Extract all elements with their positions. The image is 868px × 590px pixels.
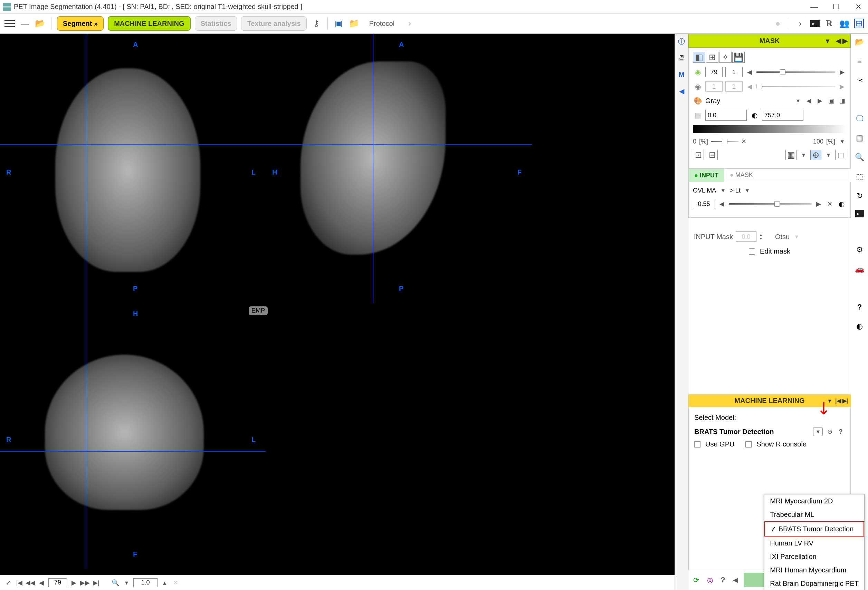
- panel-help-icon[interactable]: ?: [854, 302, 865, 313]
- preset-dropdown-icon[interactable]: ▾: [799, 151, 807, 159]
- dropdown-icon[interactable]: ▾: [122, 578, 131, 587]
- segment-button[interactable]: Segment »: [57, 16, 103, 31]
- preset-dropdown-icon-2[interactable]: ▾: [824, 151, 833, 159]
- dd-item-trabecular-ml[interactable]: Trabecular ML: [765, 508, 864, 521]
- layers-icon[interactable]: ▦: [854, 132, 865, 144]
- r-button[interactable]: R: [824, 18, 835, 29]
- window-high-input[interactable]: [762, 110, 803, 121]
- info-icon[interactable]: ⓘ: [677, 37, 686, 46]
- opacity-color-icon[interactable]: ◐: [837, 199, 846, 209]
- m-icon[interactable]: M: [677, 70, 686, 79]
- console-icon[interactable]: ▸_: [810, 20, 820, 27]
- hamburger-menu[interactable]: [4, 18, 15, 29]
- model-help-button[interactable]: ?: [837, 428, 845, 436]
- crop-icon[interactable]: ⬚: [854, 171, 865, 182]
- help-button[interactable]: ?: [719, 576, 727, 584]
- stepper-up[interactable]: ▲: [759, 233, 763, 237]
- print-icon[interactable]: 🖶: [677, 53, 686, 63]
- up-arrow-icon[interactable]: ▴: [160, 578, 168, 587]
- dd-item-brats-tumor[interactable]: BRATS Tumor Detection: [765, 521, 864, 537]
- colormap-dropdown-icon[interactable]: ▾: [794, 97, 802, 105]
- grid-icon[interactable]: ⊞: [854, 19, 864, 28]
- chevron-right-icon[interactable]: ›: [795, 18, 806, 29]
- layout-grid-icon[interactable]: ⊞: [706, 52, 719, 63]
- ml-prev-icon[interactable]: |◀: [835, 397, 841, 404]
- preset-2-icon[interactable]: ⊟: [707, 150, 718, 160]
- preset-3-icon[interactable]: ▦: [785, 150, 797, 160]
- close-zoom-icon[interactable]: ✕: [171, 578, 180, 587]
- show-r-checkbox[interactable]: [745, 441, 751, 447]
- model-dropdown-button[interactable]: ▾: [813, 427, 823, 436]
- slice-prev-icon[interactable]: ◀: [745, 68, 754, 76]
- machine-learning-button[interactable]: MACHINE LEARNING: [108, 16, 190, 31]
- ml-next-icon[interactable]: ▶|: [843, 397, 848, 404]
- opacity-prev-icon[interactable]: ◀: [718, 200, 726, 208]
- colormap-prev-icon[interactable]: ◀: [805, 97, 813, 105]
- x-icon[interactable]: ✕: [741, 138, 746, 145]
- layout-single-icon[interactable]: ◧: [693, 52, 705, 63]
- tab-input[interactable]: INPUT: [688, 169, 724, 182]
- use-gpu-checkbox[interactable]: [694, 441, 700, 447]
- mask-dropdown-icon[interactable]: ▾: [826, 37, 829, 45]
- rotate-icon[interactable]: ↻: [854, 190, 865, 202]
- lt-dropdown-icon[interactable]: ▾: [743, 186, 751, 194]
- minimize-panel-icon[interactable]: —: [19, 18, 30, 29]
- slice-next-icon[interactable]: ▶: [838, 68, 846, 76]
- target-icon[interactable]: ◎: [705, 575, 714, 585]
- colormap-box1-icon[interactable]: ▣: [827, 97, 835, 105]
- window-low-input[interactable]: [705, 110, 747, 121]
- zoom-in-icon[interactable]: 🔍: [854, 152, 865, 163]
- opacity-input[interactable]: [693, 199, 715, 209]
- dd-item-rat-brain-pet[interactable]: Rat Brain Dopaminergic PET: [765, 577, 864, 590]
- otsu-dropdown-icon[interactable]: ▾: [792, 232, 801, 241]
- next-fast-button[interactable]: ▶▶: [81, 578, 89, 587]
- dd-item-human-lv-rv[interactable]: Human LV RV: [765, 537, 864, 550]
- prev-slice-button[interactable]: ◀: [37, 578, 46, 587]
- tab-mask[interactable]: MASK: [724, 169, 759, 182]
- arrow-icon[interactable]: ›: [404, 18, 415, 29]
- folder-protocol-icon[interactable]: 📁: [348, 18, 360, 29]
- minimize-button[interactable]: —: [807, 2, 821, 12]
- gradient-bar[interactable]: [693, 125, 846, 133]
- slice-a-input[interactable]: [705, 67, 723, 77]
- protocol-button[interactable]: Protocol: [364, 16, 400, 31]
- close-button[interactable]: ✕: [852, 2, 865, 12]
- car-icon[interactable]: 🚗: [854, 263, 865, 275]
- preset-4-icon[interactable]: ⊕: [810, 150, 821, 160]
- slice-number-input[interactable]: [48, 578, 67, 587]
- opacity-close-icon[interactable]: ✕: [825, 200, 834, 208]
- preset-1-icon[interactable]: ⊡: [693, 150, 704, 160]
- slice-b-input[interactable]: [725, 67, 743, 77]
- maximize-button[interactable]: ☐: [829, 2, 843, 12]
- layout-save-icon[interactable]: 💾: [732, 52, 745, 63]
- zoom-input[interactable]: [133, 578, 158, 587]
- ovl-dropdown-icon[interactable]: ▾: [719, 186, 727, 194]
- prev-fast-button[interactable]: ◀◀: [26, 578, 34, 587]
- circle-icon[interactable]: ●: [772, 18, 783, 29]
- colormap-next-icon[interactable]: ▶: [816, 97, 824, 105]
- palette-icon[interactable]: 🎨: [693, 96, 703, 106]
- prev-model-button[interactable]: ◀: [731, 576, 740, 584]
- terminal-icon[interactable]: ▸_: [855, 210, 864, 217]
- pct-dropdown-icon[interactable]: ▾: [838, 137, 846, 146]
- monitor-icon[interactable]: 🖵: [854, 113, 865, 124]
- refresh-wheel-icon[interactable]: ⚙: [854, 244, 865, 255]
- stepper-down[interactable]: ▼: [759, 237, 763, 240]
- dd-item-mri-myocardium-2d[interactable]: MRI Myocardium 2D: [765, 494, 864, 508]
- scissors-icon[interactable]: ✂: [854, 75, 865, 86]
- last-slice-button[interactable]: ▶|: [92, 578, 100, 587]
- opacity-next-icon[interactable]: ▶: [815, 200, 823, 208]
- preset-5-icon[interactable]: ◻: [835, 150, 846, 160]
- input-mask-value[interactable]: [736, 231, 756, 242]
- dd-item-mri-human-myocardium[interactable]: MRI Human Myocardium: [765, 564, 864, 577]
- back-arrow-icon[interactable]: ◀: [677, 86, 686, 96]
- edit-mask-checkbox[interactable]: [749, 249, 755, 255]
- zoom-icon[interactable]: 🔍: [111, 578, 120, 587]
- open-folder-icon[interactable]: 📂: [34, 18, 46, 29]
- model-link-icon[interactable]: ⊖: [825, 428, 834, 436]
- first-slice-button[interactable]: |◀: [15, 578, 24, 587]
- dd-item-ixi-parcellation[interactable]: IXI Parcellation: [765, 550, 864, 564]
- layout-crosshair-icon[interactable]: ✧: [719, 52, 732, 63]
- folder-open-icon[interactable]: 📂: [854, 37, 865, 48]
- next-slice-button[interactable]: ▶: [70, 578, 78, 587]
